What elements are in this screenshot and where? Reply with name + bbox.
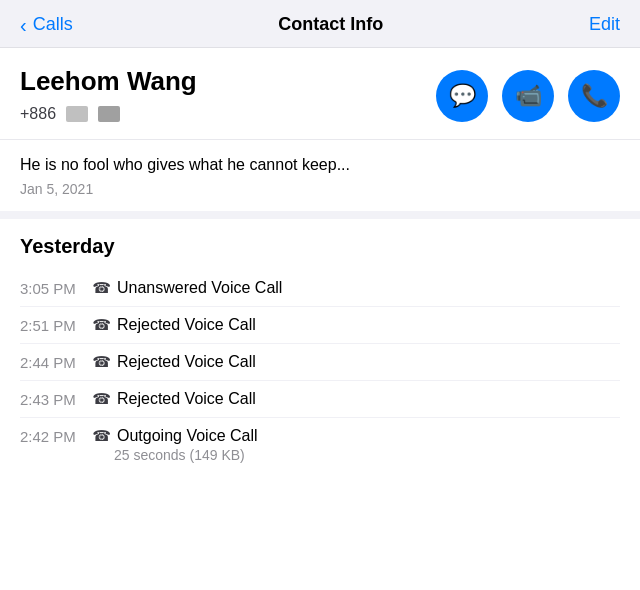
message-action-button[interactable]: 💬	[436, 70, 488, 122]
calllog-details: ☎Rejected Voice Call	[92, 316, 620, 334]
calllog-type-row: ☎Unanswered Voice Call	[92, 279, 620, 297]
calllog-time: 2:42 PM	[20, 427, 92, 445]
contact-name: Leehom Wang	[20, 66, 197, 97]
message-icon: 💬	[449, 83, 476, 109]
calllog-item[interactable]: 2:51 PM☎Rejected Voice Call	[20, 307, 620, 344]
contact-info: Leehom Wang +886	[20, 66, 197, 123]
status-section: He is no fool who gives what he cannot k…	[0, 140, 640, 218]
calllog-details: ☎Unanswered Voice Call	[92, 279, 620, 297]
calllog-details: ☎Rejected Voice Call	[92, 353, 620, 371]
calllog-details: ☎Rejected Voice Call	[92, 390, 620, 408]
calllog-time: 2:51 PM	[20, 316, 92, 334]
calllog-list: 3:05 PM☎Unanswered Voice Call2:51 PM☎Rej…	[20, 270, 620, 472]
back-label: Calls	[33, 14, 73, 35]
calllog-label: Unanswered Voice Call	[117, 279, 282, 297]
video-icon: 📹	[515, 83, 542, 109]
chevron-left-icon: ‹	[20, 15, 27, 35]
phone-icon: 📞	[581, 83, 608, 109]
contact-phone: +886	[20, 105, 56, 123]
calllog-item[interactable]: 2:43 PM☎Rejected Voice Call	[20, 381, 620, 418]
phone-call-icon: ☎	[92, 279, 111, 297]
header: ‹ Calls Contact Info Edit	[0, 0, 640, 48]
calllog-type-row: ☎Rejected Voice Call	[92, 316, 620, 334]
status-text: He is no fool who gives what he cannot k…	[20, 154, 620, 176]
calllog-label: Outgoing Voice Call	[117, 427, 258, 445]
phone-call-icon: ☎	[92, 316, 111, 334]
calllog-sub: 25 seconds (149 KB)	[92, 447, 620, 463]
calllog-time: 2:43 PM	[20, 390, 92, 408]
contact-actions: 💬 📹 📞	[436, 70, 620, 122]
calllog-label: Rejected Voice Call	[117, 390, 256, 408]
contact-flag-1	[66, 106, 88, 122]
calllog-section: Yesterday 3:05 PM☎Unanswered Voice Call2…	[0, 219, 640, 472]
edit-button[interactable]: Edit	[589, 14, 620, 35]
page-title: Contact Info	[278, 14, 383, 35]
call-action-button[interactable]: 📞	[568, 70, 620, 122]
calllog-time: 3:05 PM	[20, 279, 92, 297]
status-date: Jan 5, 2021	[20, 181, 620, 197]
contact-flag-2	[98, 106, 120, 122]
contact-section: Leehom Wang +886 💬 📹 📞	[0, 48, 640, 140]
calllog-item[interactable]: 3:05 PM☎Unanswered Voice Call	[20, 270, 620, 307]
calllog-type-row: ☎Outgoing Voice Call	[92, 427, 620, 445]
calllog-item[interactable]: 2:44 PM☎Rejected Voice Call	[20, 344, 620, 381]
calllog-group-label: Yesterday	[20, 235, 620, 258]
calllog-item[interactable]: 2:42 PM☎Outgoing Voice Call25 seconds (1…	[20, 418, 620, 472]
video-action-button[interactable]: 📹	[502, 70, 554, 122]
calllog-type-row: ☎Rejected Voice Call	[92, 353, 620, 371]
calllog-time: 2:44 PM	[20, 353, 92, 371]
back-button[interactable]: ‹ Calls	[20, 14, 73, 35]
calllog-label: Rejected Voice Call	[117, 316, 256, 334]
phone-call-icon: ☎	[92, 427, 111, 445]
phone-call-icon: ☎	[92, 353, 111, 371]
phone-call-icon: ☎	[92, 390, 111, 408]
calllog-type-row: ☎Rejected Voice Call	[92, 390, 620, 408]
calllog-label: Rejected Voice Call	[117, 353, 256, 371]
calllog-details: ☎Outgoing Voice Call25 seconds (149 KB)	[92, 427, 620, 463]
contact-phone-row: +886	[20, 105, 197, 123]
